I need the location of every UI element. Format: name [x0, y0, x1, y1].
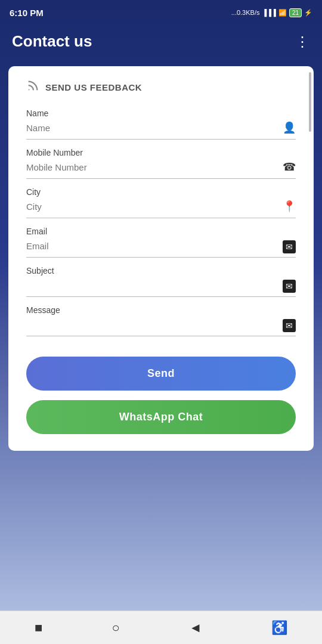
bolt-icon: ⚡: [304, 9, 312, 17]
subject-input[interactable]: [26, 278, 283, 293]
accessibility-icon[interactable]: ♿: [271, 620, 287, 636]
menu-button[interactable]: ⋮: [295, 33, 310, 50]
email-input[interactable]: [26, 239, 283, 253]
subject-label: Subject: [26, 266, 296, 275]
email-label: Email: [26, 227, 296, 236]
section-header: SEND US FEEDBACK: [26, 79, 296, 95]
message-icon: ✉: [283, 319, 296, 332]
name-label: Name: [26, 109, 296, 118]
email-field-group: Email ✉: [26, 227, 296, 258]
section-title: SEND US FEEDBACK: [45, 82, 142, 92]
status-icons: ...0.3KB/s ▐▐▐ 📶 21 ⚡: [231, 8, 312, 17]
city-input[interactable]: [26, 199, 278, 214]
stop-icon[interactable]: ■: [35, 620, 42, 636]
status-bar: 6:10 PM ...0.3KB/s ▐▐▐ 📶 21 ⚡: [0, 0, 322, 21]
message-row: ✉: [26, 317, 296, 336]
city-label: City: [26, 187, 296, 197]
home-icon[interactable]: ○: [112, 620, 120, 636]
city-row: 📍: [26, 199, 296, 218]
phone-icon: ☎: [283, 160, 296, 174]
whatsapp-button[interactable]: WhatsApp Chat: [26, 400, 296, 434]
svg-point-0: [29, 89, 30, 91]
mobile-input[interactable]: [26, 160, 278, 175]
message-input[interactable]: [26, 317, 283, 332]
subject-field-group: Subject ✉: [26, 266, 296, 297]
page-title: Contact us: [12, 32, 92, 51]
back-icon[interactable]: ◄: [189, 620, 202, 636]
bottom-nav: ■ ○ ◄ ♿: [0, 611, 322, 644]
name-row: 👤: [26, 120, 296, 140]
name-field-group: Name 👤: [26, 109, 296, 140]
app-header: Contact us ⋮: [0, 21, 322, 61]
message-label: Message: [26, 305, 296, 315]
send-button[interactable]: Send: [26, 357, 296, 391]
email-icon: ✉: [283, 240, 296, 253]
person-icon: 👤: [283, 121, 296, 134]
name-input[interactable]: [26, 120, 278, 135]
status-time: 6:10 PM: [10, 8, 44, 18]
wifi-icon: 📶: [278, 9, 287, 17]
mobile-label: Mobile Number: [26, 148, 296, 157]
feedback-card: SEND US FEEDBACK Name 👤 Mobile Number ☎ …: [8, 66, 314, 451]
city-field-group: City 📍: [26, 187, 296, 218]
location-icon: 📍: [283, 200, 296, 213]
signal-bars-icon: ▐▐▐: [262, 9, 275, 16]
subject-row: ✉: [26, 278, 296, 297]
mobile-row: ☎: [26, 160, 296, 179]
email-row: ✉: [26, 239, 296, 258]
mobile-field-group: Mobile Number ☎: [26, 148, 296, 179]
rss-icon: [26, 79, 39, 95]
subject-icon: ✉: [283, 280, 296, 293]
message-field-group: Message ✉: [26, 305, 296, 336]
battery-icon: 21: [289, 8, 302, 17]
signal-text: ...0.3KB/s: [231, 9, 260, 16]
